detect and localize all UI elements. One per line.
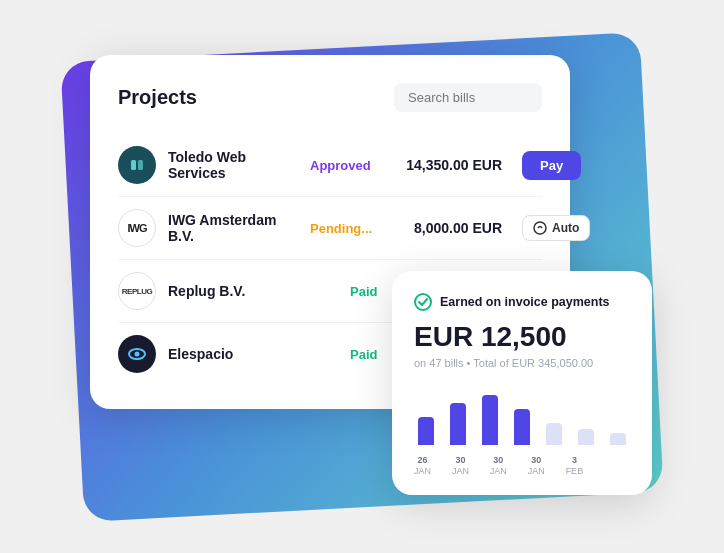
bill-status-iwg: Pending... <box>310 221 380 236</box>
bar-chart <box>414 385 630 445</box>
bar-5 <box>578 429 594 445</box>
invoice-amount: EUR 12,500 <box>414 321 630 353</box>
bill-amount-toledo: 14,350.00 EUR <box>392 157 502 173</box>
chart-label-1: 30JAN <box>452 455 469 477</box>
search-input[interactable] <box>394 83 542 112</box>
chart-label-0: 26JAN <box>414 455 431 477</box>
card-header: Projects <box>118 83 542 112</box>
bill-amount-iwg: 8,000.00 EUR <box>392 220 502 236</box>
pay-button-toledo[interactable]: Pay <box>522 151 581 180</box>
bar-6 <box>610 433 626 445</box>
bar-group-0 <box>414 417 439 445</box>
check-icon <box>414 293 432 311</box>
svg-rect-1 <box>138 160 143 170</box>
bar-0 <box>418 417 434 445</box>
bar-group-1 <box>446 403 471 445</box>
chart-label-3: 30JAN <box>528 455 545 477</box>
bar-group-5 <box>573 429 598 445</box>
bar-group-4 <box>541 423 566 445</box>
chart-label-6 <box>627 455 630 477</box>
bar-group-2 <box>478 395 503 445</box>
avatar-toledo <box>118 146 156 184</box>
bill-name-iwg: IWG Amsterdam B.V. <box>168 212 298 244</box>
elespacio-logo-icon <box>127 346 147 362</box>
auto-button-iwg[interactable]: Auto <box>522 215 590 241</box>
bill-name-replug: Replug B.V. <box>168 283 338 299</box>
bar-group-3 <box>510 409 535 445</box>
chart-label-4: 3FEB <box>566 455 584 477</box>
bill-row-toledo: Toledo Web Services Approved 14,350.00 E… <box>118 134 542 197</box>
card-title: Projects <box>118 86 197 109</box>
chart-labels: 26JAN 30JAN 30JAN 30JAN 3FEB <box>414 455 630 477</box>
bar-2 <box>482 395 498 445</box>
invoice-sub-label: on 47 bills • Total of EUR 345,050.00 <box>414 357 630 369</box>
invoice-card: Earned on invoice payments EUR 12,500 on… <box>392 271 652 495</box>
invoice-header-label: Earned on invoice payments <box>440 295 610 309</box>
bar-4 <box>546 423 562 445</box>
bill-name-toledo: Toledo Web Services <box>168 149 298 181</box>
bar-group-6 <box>605 433 630 445</box>
chart-label-5 <box>604 455 607 477</box>
chart-label-2: 30JAN <box>490 455 507 477</box>
svg-point-2 <box>534 222 546 234</box>
avatar-replug: REPLUG <box>118 272 156 310</box>
svg-point-4 <box>135 352 140 357</box>
bill-status-toledo: Approved <box>310 158 380 173</box>
avatar-iwg: IWG <box>118 209 156 247</box>
svg-rect-0 <box>131 160 136 170</box>
bill-row-iwg: IWG IWG Amsterdam B.V. Pending... 8,000.… <box>118 197 542 260</box>
bill-name-elespacio: Elespacio <box>168 346 338 362</box>
bar-3 <box>514 409 530 445</box>
avatar-elespacio <box>118 335 156 373</box>
bar-1 <box>450 403 466 445</box>
invoice-card-header: Earned on invoice payments <box>414 293 630 311</box>
auto-icon <box>533 221 547 235</box>
